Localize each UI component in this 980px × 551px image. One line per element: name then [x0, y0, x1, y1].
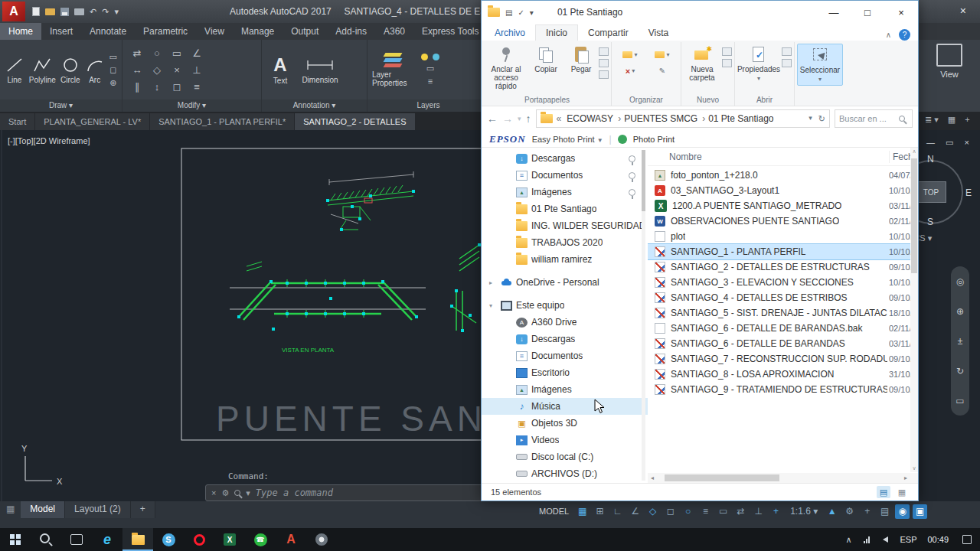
ribbon-tab[interactable]: A360	[375, 23, 413, 40]
SANTIAGO_4 - DETALLES DE ESTRIBOS[interactable]: SANTIAGO_4 - DETALLES DE ESTRIBOS 09/10/…	[648, 290, 910, 305]
graphics-performance-icon[interactable]: ◉	[895, 504, 910, 519]
snap-icon[interactable]: ⊞	[593, 504, 607, 519]
new-tab-icon[interactable]: +	[965, 115, 969, 125]
annotation-monitor-icon[interactable]: +	[860, 504, 874, 519]
ribbon-tab[interactable]: Home	[0, 23, 41, 40]
osnap-icon[interactable]: ○	[681, 504, 695, 519]
expander-icon[interactable]: ▸	[489, 279, 497, 286]
explorer-menu-tab[interactable]: Compartir	[578, 25, 639, 41]
move-to-button[interactable]: ▾	[622, 51, 637, 58]
details-view-button[interactable]: ▤	[877, 486, 890, 498]
volume-icon[interactable]	[876, 536, 894, 543]
whatsapp-app[interactable]	[245, 528, 276, 551]
explorer-menu-tab[interactable]: Inicio	[535, 24, 578, 41]
ribbon-tab[interactable]: Parametric	[135, 23, 196, 40]
redo-icon[interactable]: ↷	[102, 7, 109, 17]
viewcube[interactable]: TOP	[916, 181, 946, 203]
pan-icon[interactable]: ⊕	[956, 306, 964, 317]
grid-icon[interactable]: ▦	[575, 504, 590, 519]
list-vertical-scrollbar[interactable]: ∧ ∨	[910, 148, 918, 472]
nav-item-drive[interactable]: ARCHIVOS (D:)	[482, 465, 648, 482]
task-view-button[interactable]	[61, 528, 92, 551]
paste-button[interactable]: Pegar	[565, 44, 597, 75]
nav-item-download[interactable]: Descargas	[482, 150, 648, 167]
clock[interactable]: 00:49	[922, 535, 954, 544]
ribbon-tab[interactable]: Manage	[233, 23, 283, 40]
tray-expand-icon[interactable]: ∧	[839, 535, 858, 545]
drawing-file-tab[interactable]: PLANTA_GENERAL - LV*	[35, 113, 150, 130]
nav-item-pictures[interactable]: Imágenes	[482, 381, 648, 398]
autocad-app[interactable]	[276, 528, 306, 551]
foto_ponton_1+218.0[interactable]: foto_ponton_1+218.0 04/07/20	[648, 168, 910, 183]
select-button[interactable]: Seleccionar ▾	[797, 44, 843, 86]
drawing-file-tab[interactable]: SANTIAGO_2 - DETALLES	[295, 113, 415, 130]
nav-item-music[interactable]: Música	[482, 398, 648, 415]
ortho-icon[interactable]: ∠	[628, 504, 642, 519]
address-dropdown-icon[interactable]: ▾	[808, 114, 812, 124]
rename-button[interactable]: ✎	[659, 67, 665, 75]
03_SANTIAGO_3-Layout1[interactable]: 03_SANTIAGO_3-Layout1 10/10/20	[648, 183, 910, 198]
breadcrumb-item[interactable]: 01 Pte Santiago	[701, 113, 775, 124]
search-button[interactable]	[31, 528, 61, 551]
explorer-menu-tab[interactable]: Archivo	[485, 25, 535, 41]
plot[interactable]: plot 10/10/20	[648, 229, 910, 244]
opera-app[interactable]	[184, 528, 214, 551]
SANTIAGO_2 - DETALLES DE ESTRUCTURAS[interactable]: SANTIAGO_2 - DETALLES DE ESTRUCTURAS 09/…	[648, 259, 910, 275]
tab-menu-icon[interactable]: ≣ ▾	[925, 115, 939, 125]
lineweight-icon[interactable]: ≡	[698, 504, 713, 519]
paste-shortcut-icon[interactable]	[599, 70, 609, 79]
SANTIAGO_9 - TRATAMIENDO DE ESTRUCTURAS[interactable]: SANTIAGO_9 - TRATAMIENDO DE ESTRUCTURAS …	[648, 382, 910, 397]
minimize-button[interactable]: —	[817, 1, 851, 24]
annotation-panel-label[interactable]: Annotation ▾	[262, 99, 367, 112]
layout-tab[interactable]: +	[131, 501, 155, 518]
viewcube-south[interactable]: S	[927, 217, 933, 227]
OBSERVACIONES PUENTE SANTIAGO[interactable]: OBSERVACIONES PUENTE SANTIAGO 02/11/20	[648, 214, 910, 229]
excel-app[interactable]	[214, 528, 245, 551]
copy-path-icon[interactable]	[599, 59, 609, 67]
circle-tool[interactable]: Circle	[60, 56, 80, 84]
undo-icon[interactable]: ↶	[90, 7, 96, 17]
network-icon[interactable]	[858, 536, 876, 543]
command-customize-icon[interactable]: ⚙	[221, 488, 229, 498]
command-input[interactable]: Type a command	[256, 487, 333, 498]
nav-item-a360[interactable]: A360 Drive	[482, 314, 648, 331]
SANTIAGO_6 - DETALLE DE BARANDAS[interactable]: SANTIAGO_6 - DETALLE DE BARANDAS 03/11/2…	[648, 336, 910, 351]
nav-item-objects3d[interactable]: Objetos 3D	[482, 415, 648, 432]
copy-button[interactable]: Copiar	[528, 44, 564, 75]
quick-properties-icon[interactable]: ▤	[877, 504, 892, 519]
workspace-gear-icon[interactable]: ⚙	[842, 504, 857, 519]
ribbon-tab[interactable]: Add-ins	[327, 23, 375, 40]
qat-customize-icon[interactable]: ▾	[530, 8, 534, 17]
nav-item-pictures[interactable]: Imágenes	[482, 184, 648, 201]
polyline-tool[interactable]: Polyline	[29, 56, 56, 84]
list-horizontal-scrollbar[interactable]: ◂ ▸	[648, 473, 918, 483]
photo-print-button[interactable]: Photo Print	[633, 135, 675, 144]
transparency-icon[interactable]: ▭	[716, 504, 730, 519]
SANTIAGO_8 - LOSA APROXIMACION[interactable]: SANTIAGO_8 - LOSA APROXIMACION 31/10/20	[648, 367, 910, 382]
nav-item-folder[interactable]: william ramirez	[482, 251, 648, 268]
nav-item-download[interactable]: Descargas	[482, 331, 648, 347]
file-explorer-app[interactable]	[122, 528, 153, 551]
start-button[interactable]	[0, 528, 31, 551]
language-indicator[interactable]: ESP	[894, 535, 922, 544]
SANTIAGO_3 - ELEVACION Y SECCIONES[interactable]: SANTIAGO_3 - ELEVACION Y SECCIONES 10/10…	[648, 275, 910, 290]
command-close-icon[interactable]: ×	[211, 488, 216, 497]
nav-item-folder[interactable]: TRABAJOS 2020	[482, 234, 648, 251]
easy-access-icon[interactable]	[722, 47, 732, 56]
dynamic-input-icon[interactable]: +	[769, 504, 783, 519]
draw-extra-tools[interactable]: ▭◻⊕	[109, 52, 117, 88]
plot-icon[interactable]	[74, 8, 84, 15]
address-box[interactable]: « ECOWASY PUENTES SMCG 01 Pte Santiago ▾…	[536, 109, 830, 128]
text-tool[interactable]: A Text	[266, 55, 294, 85]
view-panel-icon[interactable]	[936, 44, 962, 67]
zoom-icon[interactable]: ±	[958, 336, 963, 347]
drawing-restore-icon[interactable]: ▭	[946, 138, 953, 148]
ribbon-tab[interactable]: Express Tools	[413, 23, 487, 40]
layer-on-icon[interactable]	[421, 54, 428, 60]
nav-item-video[interactable]: Videos	[482, 432, 648, 448]
open-file-icon[interactable]	[45, 8, 55, 15]
back-button[interactable]: ←	[487, 112, 498, 125]
nav-item-desktop[interactable]: Escritorio	[482, 364, 648, 381]
command-line[interactable]: × ⚙ ▾ Type a command	[205, 484, 485, 501]
polar-tracking-icon[interactable]: ◇	[645, 504, 660, 519]
